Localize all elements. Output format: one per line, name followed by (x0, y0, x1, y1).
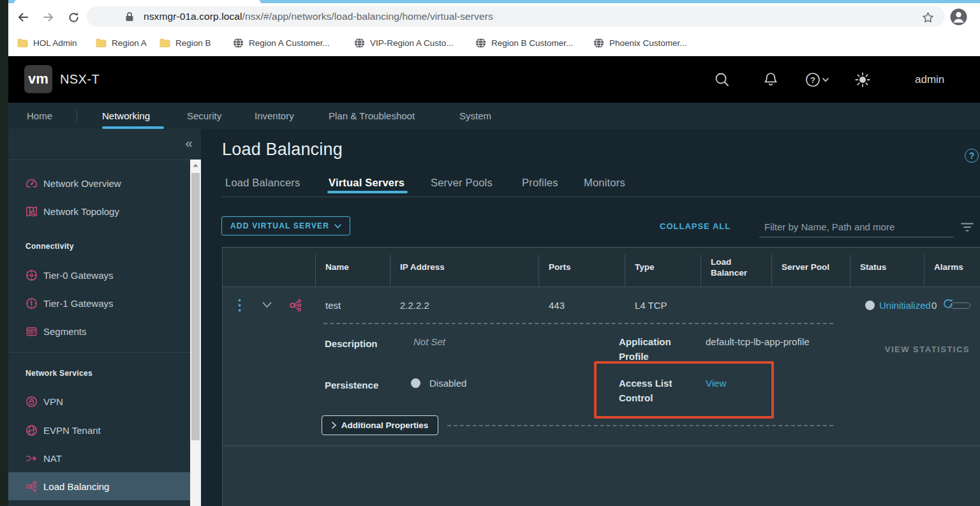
column-server-pool[interactable]: Server Pool (772, 248, 850, 286)
column-ports[interactable]: Ports (539, 248, 625, 286)
sidebar-item-tier0-gateways[interactable]: Tier-0 Gateways (8, 261, 201, 289)
sidebar-item-network-topology[interactable]: Network Topology (8, 197, 201, 225)
nav-security[interactable]: Security (187, 103, 221, 129)
tab-server-pools[interactable]: Server Pools (431, 177, 493, 189)
collapse-all-button[interactable]: COLLAPSE ALL (660, 221, 731, 231)
page-title: Load Balancing (222, 140, 343, 160)
nav-home[interactable]: Home (27, 103, 52, 129)
header-alarms-button[interactable] (760, 56, 782, 103)
tabs-bottom-border (222, 197, 980, 197)
tier1-gateway-icon (26, 297, 38, 309)
scroll-up-icon (193, 163, 198, 167)
scrollbar-thumb[interactable] (191, 173, 200, 440)
search-icon (714, 71, 731, 88)
sidebar-item-segments[interactable]: Segments (8, 317, 201, 345)
filter-icon[interactable] (960, 222, 974, 235)
address-bar[interactable]: nsxmgr-01a.corp.local/nsx/#/app/networks… (87, 6, 945, 27)
forward-arrow-icon (42, 11, 55, 24)
folder-icon (96, 38, 107, 48)
folder-icon (160, 38, 170, 48)
sidebar-collapse-button[interactable]: « (185, 135, 193, 151)
column-status[interactable]: Status (850, 248, 924, 286)
sidebar-item-network-overview[interactable]: Network Overview (8, 169, 201, 197)
avatar-icon (950, 8, 967, 26)
back-button[interactable] (15, 9, 31, 26)
star-icon (922, 11, 934, 24)
bookmark-phoenix-customer[interactable]: Phoenix Customer... (593, 30, 687, 56)
reload-button[interactable] (65, 9, 82, 26)
bookmark-star-button[interactable] (919, 9, 936, 26)
row-bottom-separator (223, 445, 980, 446)
bookmark-vip-region-a[interactable]: VIP-Region A Custo... (354, 30, 454, 56)
sidebar-item-tier1-gateways[interactable]: Tier-1 Gateways (8, 289, 201, 317)
sidebar-item-label: Segments (43, 326, 87, 337)
sidebar-item-label: Load Balancing (43, 481, 109, 492)
scrollbar-up-arrow[interactable] (190, 160, 201, 170)
tab-monitors[interactable]: Monitors (584, 177, 625, 189)
application-profile-value: default-tcp-lb-app-profile (706, 336, 810, 347)
cell-alarms: 0 (924, 287, 980, 324)
bookmark-hol-admin[interactable]: HOL Admin (17, 30, 77, 56)
profile-avatar[interactable] (950, 8, 967, 28)
persistence-value: Disabled (429, 378, 466, 389)
column-ip-address[interactable]: IP Address (390, 248, 539, 286)
page-help-icon[interactable]: ? (965, 149, 979, 163)
nav-inventory[interactable]: Inventory (255, 103, 294, 129)
column-name[interactable]: Name (316, 248, 390, 286)
sidebar-section-network-services: Network Services (26, 369, 93, 378)
tab-load-balancers[interactable]: Load Balancers (225, 177, 300, 189)
sidebar-item-label: EVPN Tenant (43, 425, 101, 436)
filter-input[interactable]: Filter by Name, Path and more (759, 220, 954, 237)
bookmark-label: Region A Customer... (249, 38, 330, 48)
nav-networking[interactable]: Networking (102, 103, 150, 129)
sidebar-item-label: Tier-0 Gateways (43, 270, 113, 281)
sidebar: « Network Overview Network Topology Conn… (8, 129, 201, 506)
row-menu-icon[interactable] (238, 299, 241, 312)
annotation-highlight-box (594, 361, 774, 419)
forward-button[interactable] (40, 9, 57, 26)
cell-status: Uninitialized (850, 287, 924, 324)
filter-placeholder: Filter by Name, Path and more (764, 221, 895, 232)
bell-icon (763, 71, 778, 87)
sidebar-item-evpn-tenant[interactable]: EVPN Tenant (8, 416, 201, 444)
sidebar-header: « (8, 129, 201, 160)
chevron-right-icon (332, 422, 336, 429)
tab-virtual-servers[interactable]: Virtual Servers (329, 177, 405, 189)
nav-system[interactable]: System (459, 103, 491, 129)
bookmark-region-b[interactable]: Region B (160, 30, 211, 56)
sidebar-scrollbar[interactable] (190, 160, 201, 506)
main-nav: Home Networking Security Inventory Plan … (8, 103, 980, 129)
column-alarms[interactable]: Alarms (924, 248, 980, 286)
bookmark-region-a-customer[interactable]: Region A Customer... (233, 30, 330, 56)
sidebar-item-vpn[interactable]: VPN (8, 387, 201, 415)
header-help-menu[interactable]: ? (803, 56, 833, 103)
tier0-gateway-icon (26, 269, 38, 281)
tab-profiles[interactable]: Profiles (522, 177, 558, 189)
header-theme-button[interactable] (852, 56, 873, 103)
funnel-icon (960, 222, 974, 232)
row-expand-chevron-icon[interactable] (262, 302, 272, 308)
user-menu[interactable]: admin (915, 56, 960, 103)
bookmark-label: VIP-Region A Custo... (370, 38, 454, 48)
bookmark-region-a[interactable]: Region A (96, 30, 147, 56)
sidebar-item-load-balancing[interactable]: Load Balancing (8, 472, 201, 500)
vmware-logo[interactable]: vm (24, 65, 52, 93)
view-statistics-button[interactable]: VIEW STATISTICS (885, 345, 970, 354)
column-type[interactable]: Type (625, 248, 701, 286)
nav-plan-troubleshoot[interactable]: Plan & Troubleshoot (329, 103, 415, 129)
cell-name[interactable]: test (316, 287, 390, 324)
sidebar-section-connectivity: Connectivity (26, 242, 74, 251)
alarm-count[interactable]: 0 (932, 300, 937, 311)
column-load-balancer[interactable]: Load Balancer (701, 248, 772, 286)
bookmark-region-b-customer[interactable]: Region B Customer... (475, 30, 573, 56)
detail-top-separator (323, 323, 833, 324)
desktop-edge-strip (0, 0, 8, 506)
sidebar-item-nat[interactable]: NAT (8, 444, 201, 472)
url-text[interactable]: nsxmgr-01a.corp.local/nsx/#/app/networks… (144, 11, 493, 22)
status-text[interactable]: Uninitialized (879, 300, 931, 311)
add-virtual-server-button[interactable]: ADD VIRTUAL SERVER (221, 216, 350, 235)
cell-ports: 443 (539, 287, 625, 324)
header-search-button[interactable] (711, 56, 733, 103)
back-arrow-icon (17, 11, 29, 24)
additional-properties-button[interactable]: Additional Properties (322, 415, 438, 435)
